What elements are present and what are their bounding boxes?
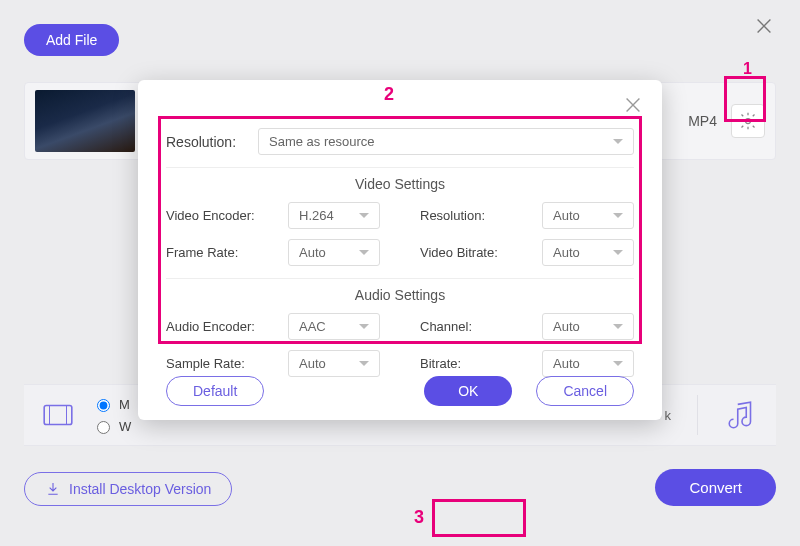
close-icon	[753, 15, 775, 37]
audio-channel-value: Auto	[553, 319, 580, 334]
chevron-down-icon	[359, 361, 369, 366]
settings-gear-button[interactable]	[731, 104, 765, 138]
main-resolution-label: Resolution:	[166, 134, 246, 150]
radio-label-1: M	[119, 397, 130, 412]
video-bitrate-value: Auto	[553, 245, 580, 260]
chevron-down-icon	[613, 213, 623, 218]
download-icon	[45, 481, 61, 497]
bar-right-text: k	[665, 408, 672, 423]
chevron-down-icon	[613, 250, 623, 255]
frame-rate-value: Auto	[299, 245, 326, 260]
install-label: Install Desktop Version	[69, 481, 211, 497]
add-file-button[interactable]: Add File	[24, 24, 119, 56]
sample-rate-label: Sample Rate:	[166, 356, 245, 371]
close-icon	[622, 94, 644, 116]
video-encoder-label: Video Encoder:	[166, 208, 255, 223]
frame-rate-label: Frame Rate:	[166, 245, 238, 260]
sample-rate-select[interactable]: Auto	[288, 350, 380, 377]
main-resolution-select[interactable]: Same as resource	[258, 128, 634, 155]
convert-button[interactable]: Convert	[655, 469, 776, 506]
radio-option-2[interactable]: W	[92, 418, 131, 434]
main-resolution-value: Same as resource	[269, 134, 375, 149]
radio-option-1[interactable]: M	[92, 396, 131, 412]
annotation-number-2: 2	[384, 84, 394, 105]
chevron-down-icon	[359, 213, 369, 218]
sample-rate-value: Auto	[299, 356, 326, 371]
svg-point-0	[746, 119, 751, 124]
audio-encoder-label: Audio Encoder:	[166, 319, 255, 334]
video-thumbnail[interactable]	[35, 90, 135, 152]
annotation-number-3: 3	[414, 507, 424, 528]
video-encoder-select[interactable]: H.264	[288, 202, 380, 229]
audio-mode-icon[interactable]	[722, 395, 762, 435]
video-resolution-select[interactable]: Auto	[542, 202, 634, 229]
video-bitrate-select[interactable]: Auto	[542, 239, 634, 266]
video-mode-icon[interactable]	[38, 395, 78, 435]
modal-close-button[interactable]	[622, 94, 644, 116]
chevron-down-icon	[359, 324, 369, 329]
settings-modal: Resolution: Same as resource Video Setti…	[138, 80, 662, 420]
radio-input-2[interactable]	[97, 421, 110, 434]
format-radio-group: M W	[92, 396, 131, 434]
divider	[697, 395, 698, 435]
install-desktop-button[interactable]: Install Desktop Version	[24, 472, 232, 506]
format-label: MP4	[688, 113, 717, 129]
radio-input-1[interactable]	[97, 399, 110, 412]
svg-rect-1	[44, 405, 72, 424]
audio-bitrate-select[interactable]: Auto	[542, 350, 634, 377]
video-resolution-value: Auto	[553, 208, 580, 223]
chevron-down-icon	[613, 361, 623, 366]
audio-bitrate-label: Bitrate:	[420, 356, 461, 371]
annotation-number-1: 1	[743, 60, 752, 78]
audio-encoder-select[interactable]: AAC	[288, 313, 380, 340]
chevron-down-icon	[613, 324, 623, 329]
radio-label-2: W	[119, 419, 131, 434]
audio-bitrate-value: Auto	[553, 356, 580, 371]
video-bitrate-label: Video Bitrate:	[420, 245, 498, 260]
audio-channel-select[interactable]: Auto	[542, 313, 634, 340]
gear-icon	[738, 111, 758, 131]
video-settings-heading: Video Settings	[166, 176, 634, 192]
app-root: Add File MP4 1 M W k Install Desktop Ver…	[0, 0, 800, 546]
default-button[interactable]: Default	[166, 376, 264, 406]
ok-button[interactable]: OK	[424, 376, 512, 406]
cancel-button[interactable]: Cancel	[536, 376, 634, 406]
chevron-down-icon	[359, 250, 369, 255]
audio-channel-label: Channel:	[420, 319, 472, 334]
video-resolution-label: Resolution:	[420, 208, 485, 223]
video-encoder-value: H.264	[299, 208, 334, 223]
chevron-down-icon	[613, 139, 623, 144]
main-close-button[interactable]	[752, 14, 776, 38]
frame-rate-select[interactable]: Auto	[288, 239, 380, 266]
audio-settings-heading: Audio Settings	[166, 287, 634, 303]
audio-encoder-value: AAC	[299, 319, 326, 334]
